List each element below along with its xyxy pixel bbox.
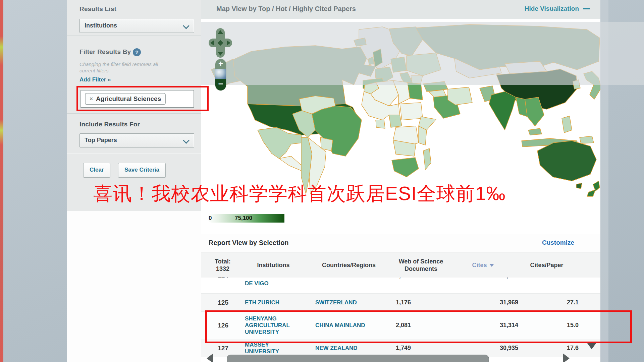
help-icon[interactable]: ? — [133, 48, 141, 56]
include-results-select[interactable]: Top Papers — [79, 133, 194, 147]
country-link[interactable]: SWITZERLAND — [315, 299, 387, 306]
cites-cell: 30,935 — [411, 345, 518, 352]
cites-per-paper-cell: 27.1 — [518, 299, 579, 306]
column-header-documents[interactable]: Web of ScienceDocuments — [389, 258, 453, 273]
chevron-down-icon[interactable] — [179, 134, 194, 147]
column-header-countries[interactable]: Countries/Regions — [309, 261, 389, 269]
institution-link[interactable]: ETH ZURICH — [233, 299, 315, 306]
table-row[interactable]: 124 DE VIGO SPAIN 1,408 32,142 22.8 — [201, 278, 600, 294]
country-link[interactable]: SPAIN — [315, 278, 387, 279]
pan-up-icon[interactable] — [218, 30, 223, 34]
docs-cell: 1,749 — [387, 345, 411, 352]
pan-down-icon[interactable] — [218, 52, 223, 56]
column-header-institutions[interactable]: Institutions — [238, 261, 309, 269]
cites-per-paper-cell: 22.8 — [518, 278, 579, 279]
country-link[interactable]: NEW ZEALAND — [315, 345, 387, 352]
map-zoom-control[interactable]: + − — [215, 59, 226, 90]
institution-link[interactable]: MASSEY UNIVERSITY — [233, 342, 315, 355]
announcement-text: 喜讯！我校农业科学学科首次跃居ESI全球前1‰ — [93, 181, 506, 207]
legend-min-label: 0 — [209, 215, 212, 222]
institution-link[interactable]: DE VIGO — [233, 278, 315, 287]
rank-cell: 124 — [201, 278, 233, 280]
map-view-header: Map View by Top / Hot / Highly Cited Pap… — [201, 0, 600, 19]
section-divider — [67, 153, 201, 154]
section-divider — [67, 36, 201, 36]
total-count: Total:1332 — [201, 258, 238, 273]
scroll-right-icon[interactable] — [563, 353, 570, 362]
add-filter-link[interactable]: Add Filter » — [79, 76, 111, 83]
rank-cell: 125 — [201, 299, 233, 306]
include-results-value: Top Papers — [85, 137, 117, 144]
cites-cell: 31,969 — [411, 299, 518, 306]
slide-edge-accent — [0, 0, 3, 362]
filter-note: Changing the filter field removes all cu… — [79, 61, 190, 74]
table-header-row: Total:1332 Institutions Countries/Region… — [201, 252, 600, 278]
filter-results-by-label: Filter Results By — [79, 48, 131, 56]
annotation-rect-filter — [76, 86, 209, 111]
cites-per-paper-cell: 17.6 — [518, 345, 579, 352]
column-header-cites-sorted[interactable]: Cites — [453, 261, 513, 269]
pan-left-icon[interactable] — [210, 40, 214, 46]
results-list-select[interactable]: Institutions — [79, 19, 194, 33]
annotation-rect-row-126 — [205, 310, 632, 343]
globe-icon[interactable] — [215, 69, 226, 79]
customize-link[interactable]: Customize — [542, 239, 574, 246]
include-results-label: Include Results For — [79, 121, 140, 128]
minus-icon — [583, 8, 590, 9]
hide-visualization-link[interactable]: Hide Visualization — [525, 5, 590, 12]
pan-right-icon[interactable] — [227, 40, 230, 46]
horizontal-scrollbar-thumb[interactable] — [227, 355, 489, 362]
legend-max-label: 75,100 — [235, 215, 252, 222]
save-criteria-button[interactable]: Save Criteria — [118, 163, 166, 178]
cites-cell: 32,142 — [411, 278, 518, 279]
map-pan-control[interactable] — [209, 28, 232, 58]
results-list-value: Institutions — [85, 22, 117, 29]
clear-button[interactable]: Clear — [83, 163, 110, 178]
zoom-out-button[interactable]: − — [215, 79, 226, 90]
docs-cell: 1,176 — [387, 299, 411, 306]
report-view-bar: Report View by Selection Customize — [201, 234, 600, 252]
table-row[interactable]: 125 ETH ZURICH SWITZERLAND 1,176 31,969 … — [201, 294, 600, 312]
report-view-title: Report View by Selection — [209, 239, 289, 247]
scroll-left-icon[interactable] — [207, 353, 213, 362]
map-overlay-band — [201, 22, 644, 85]
sort-descending-icon — [489, 264, 494, 267]
zoom-in-button[interactable]: + — [215, 59, 226, 69]
section-divider — [67, 113, 201, 114]
column-header-cites-per-paper[interactable]: Cites/Paper — [513, 261, 580, 269]
chevron-down-icon[interactable] — [179, 19, 194, 33]
results-list-label: Results List — [79, 5, 116, 13]
rank-cell: 127 — [201, 345, 233, 352]
map-view-title: Map View by Top / Hot / Highly Cited Pap… — [216, 5, 356, 13]
docs-cell: 1,408 — [387, 278, 411, 279]
